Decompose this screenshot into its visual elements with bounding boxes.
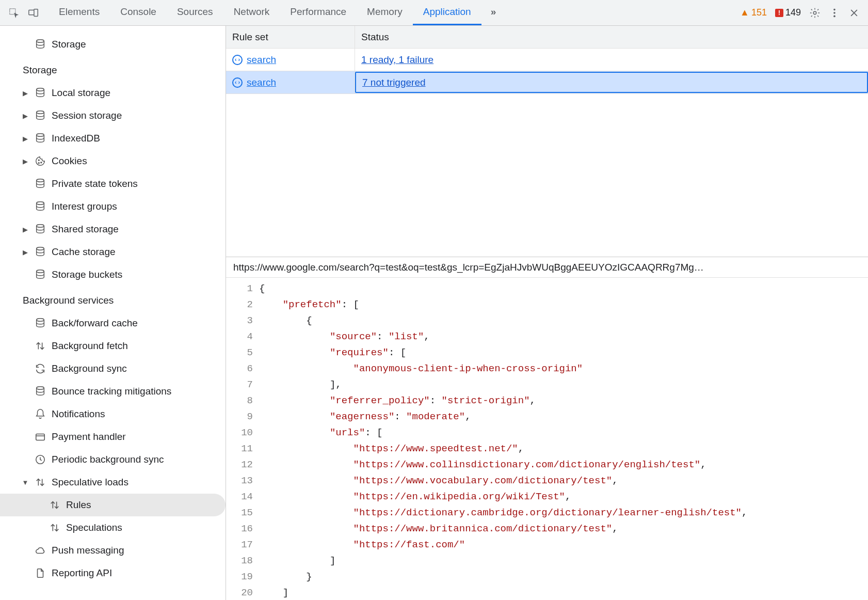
sidebar-item-background-fetch[interactable]: Background fetch (0, 335, 226, 357)
sidebar-item-interest-groups[interactable]: Interest groups (0, 195, 226, 218)
sidebar-item-private-state-tokens[interactable]: Private state tokens (0, 172, 226, 195)
line-number: 19 (226, 569, 253, 585)
tab-sources[interactable]: Sources (167, 0, 223, 25)
sidebar-item-label: Interest groups (52, 201, 117, 212)
chevron-right-icon[interactable]: ▶ (22, 248, 29, 256)
rule-set-status-cell: 1 ready, 1 failure (355, 49, 868, 71)
ruleset-icon: ‹› (232, 77, 243, 88)
svg-point-7 (37, 40, 44, 43)
rules-panel: Rule set Status ‹› search1 ready, 1 fail… (226, 26, 868, 600)
warnings-badge[interactable]: ▲ 151 (737, 7, 770, 18)
tab-memory[interactable]: Memory (357, 0, 413, 25)
database-icon (34, 318, 46, 329)
line-number: 12 (226, 457, 253, 473)
sidebar-item-label: Payment handler (52, 431, 126, 443)
line-number: 18 (226, 553, 253, 569)
sidebar-item-label: Bounce tracking mitigations (52, 386, 171, 397)
svg-point-4 (833, 8, 835, 10)
application-sidebar: StorageStorage▶Local storage▶Session sto… (0, 26, 226, 600)
devtools-toolbar: ElementsConsoleSourcesNetworkPerformance… (0, 0, 868, 26)
database-icon (34, 133, 46, 144)
sidebar-item-local-storage[interactable]: ▶Local storage (0, 82, 226, 104)
sidebar-item-background-sync[interactable]: Background sync (0, 357, 226, 380)
sidebar-item-label: Cache storage (52, 246, 116, 258)
inspect-element-button[interactable] (5, 4, 23, 22)
database-icon (34, 110, 46, 121)
column-header-status[interactable]: Status (355, 26, 868, 48)
sidebar-item-label: Shared storage (52, 224, 119, 235)
rule-set-status-link[interactable]: 7 not triggered (362, 77, 426, 88)
svg-point-16 (37, 225, 44, 228)
svg-point-15 (37, 202, 44, 205)
close-devtools-button[interactable] (845, 4, 863, 22)
sidebar-item-storage-buckets[interactable]: Storage buckets (0, 263, 226, 286)
clock-icon (34, 454, 46, 465)
tab-elements[interactable]: Elements (49, 0, 110, 25)
more-options-button[interactable] (826, 4, 843, 22)
issues-badge[interactable]: ! 149 (772, 7, 804, 18)
tab-network[interactable]: Network (223, 0, 280, 25)
sidebar-item-speculations[interactable]: Speculations (0, 516, 226, 539)
rule-set-row[interactable]: ‹› search7 not triggered (226, 71, 868, 94)
rule-set-name-link[interactable]: search (247, 77, 276, 88)
chevron-right-icon[interactable]: ▶ (22, 135, 29, 143)
sidebar-item-push-messaging[interactable]: Push messaging (0, 539, 226, 562)
device-toolbar-button[interactable] (25, 4, 42, 22)
svg-point-9 (37, 111, 44, 114)
sidebar-item-back-forward-cache[interactable]: Back/forward cache (0, 312, 226, 335)
sidebar-item-storage[interactable]: Storage (0, 33, 226, 56)
code-line: "https://en.wikipedia.org/wiki/Test", (259, 489, 868, 505)
database-icon (34, 224, 46, 235)
sidebar-item-periodic-background-sync[interactable]: Periodic background sync (0, 448, 226, 471)
sidebar-item-label: Private state tokens (52, 178, 138, 190)
sidebar-item-indexeddb[interactable]: ▶IndexedDB (0, 127, 226, 150)
line-number: 8 (226, 393, 253, 409)
tab-console[interactable]: Console (110, 0, 167, 25)
sidebar-item-session-storage[interactable]: ▶Session storage (0, 104, 226, 127)
svg-point-11 (38, 160, 39, 161)
sidebar-item-bounce-tracking-mitigations[interactable]: Bounce tracking mitigations (0, 380, 226, 403)
tab-performance[interactable]: Performance (280, 0, 357, 25)
settings-button[interactable] (806, 4, 824, 22)
code-lines: { "prefetch": [ { "source": "list", "req… (259, 281, 868, 600)
sidebar-item-speculative-loads[interactable]: ▼Speculative loads (0, 471, 226, 494)
sidebar-item-rules[interactable]: Rules (0, 494, 226, 516)
line-number: 20 (226, 585, 253, 600)
more-tabs-button[interactable]: » (484, 6, 504, 19)
chevron-right-icon[interactable]: ▶ (22, 112, 29, 120)
warning-icon: ▲ (740, 7, 749, 18)
line-number: 5 (226, 345, 253, 361)
column-header-ruleset[interactable]: Rule set (226, 26, 355, 48)
rule-set-name-link[interactable]: search (247, 54, 276, 66)
rule-set-row[interactable]: ‹› search1 ready, 1 failure (226, 49, 868, 71)
json-viewer[interactable]: 123456789101112131415161718192021 { "pre… (226, 278, 868, 600)
warnings-count: 151 (751, 7, 767, 18)
sidebar-item-label: Storage (52, 39, 86, 50)
sidebar-item-cookies[interactable]: ▶Cookies (0, 150, 226, 172)
sidebar-item-payment-handler[interactable]: Payment handler (0, 425, 226, 448)
code-line: ] (259, 585, 868, 600)
sidebar-item-reporting-api[interactable]: Reporting API (0, 562, 226, 585)
code-line: "https://www.britannica.com/dictionary/t… (259, 521, 868, 537)
updown-icon (49, 499, 61, 511)
line-number-gutter: 123456789101112131415161718192021 (226, 281, 259, 600)
line-number: 10 (226, 425, 253, 441)
chevron-right-icon[interactable]: ▶ (22, 157, 29, 165)
tab-application[interactable]: Application (413, 0, 481, 25)
sidebar-item-cache-storage[interactable]: ▶Cache storage (0, 241, 226, 263)
line-number: 16 (226, 521, 253, 537)
issue-icon: ! (775, 9, 783, 17)
code-line: "https://www.vocabulary.com/dictionary/t… (259, 473, 868, 489)
code-line: "prefetch": [ (259, 297, 868, 313)
code-line: "https://fast.com/" (259, 537, 868, 553)
doc-icon (34, 567, 46, 579)
chevron-down-icon[interactable]: ▼ (22, 479, 29, 486)
sidebar-item-shared-storage[interactable]: ▶Shared storage (0, 218, 226, 241)
sidebar-item-notifications[interactable]: Notifications (0, 403, 226, 425)
cloud-icon (34, 545, 46, 556)
chevron-right-icon[interactable]: ▶ (22, 226, 29, 233)
rule-set-status-link[interactable]: 1 ready, 1 failure (361, 54, 433, 66)
chevron-right-icon[interactable]: ▶ (22, 89, 29, 97)
svg-point-3 (813, 11, 816, 14)
sidebar-item-label: Reporting API (52, 567, 112, 579)
